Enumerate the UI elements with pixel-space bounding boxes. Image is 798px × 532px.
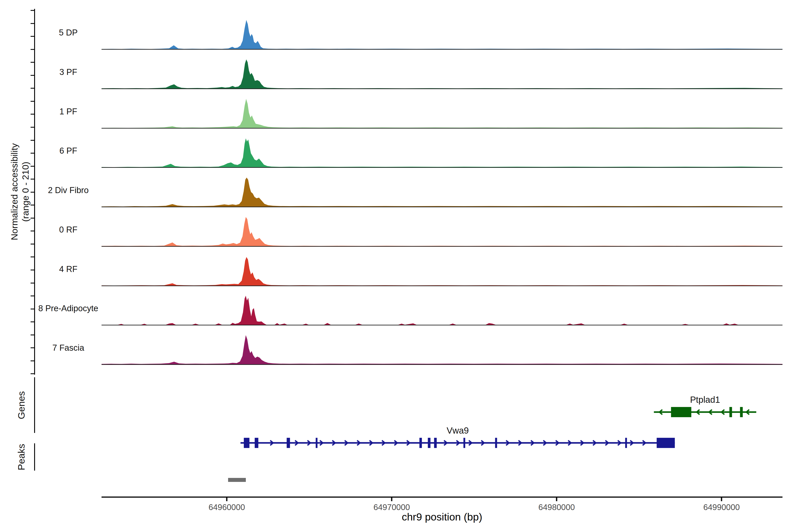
- accessibility-axis-tick: [31, 321, 34, 322]
- accessibility-axis-tick: [31, 347, 34, 348]
- track-baseline: [101, 167, 782, 168]
- accessibility-axis-tick: [31, 218, 34, 218]
- peaks-axis-line: [34, 443, 35, 471]
- y-axis-label-line1: Normalized accessibility: [9, 81, 20, 303]
- track-baseline: [101, 285, 782, 286]
- genes-axis-line: [34, 377, 35, 433]
- x-axis-tick: [556, 498, 557, 501]
- coverage-track-area: [101, 55, 782, 89]
- coverage-track-area: [101, 291, 782, 325]
- x-axis-tick: [721, 498, 722, 501]
- accessibility-axis-tick: [31, 283, 34, 284]
- accessibility-axis-tick: [31, 127, 34, 128]
- gene-label: Ptplad1: [690, 395, 720, 404]
- x-axis-tick: [226, 498, 227, 501]
- accessibility-axis-tick: [31, 166, 34, 167]
- track-baseline: [101, 128, 782, 129]
- track-baseline: [101, 89, 782, 89]
- accessibility-axis-tick: [31, 23, 34, 24]
- track-baseline: [101, 49, 782, 50]
- coverage-track-area: [101, 16, 782, 49]
- accessibility-axis-tick: [31, 101, 34, 102]
- accessibility-axis-tick: [31, 256, 34, 258]
- coverage-track-area: [101, 252, 782, 285]
- coverage-track-area: [101, 173, 782, 207]
- x-axis-line: [101, 496, 782, 498]
- peaks-section-label: Peaks: [16, 413, 28, 501]
- track-baseline: [101, 207, 782, 207]
- gene-models: Vwa9Ptplad1: [101, 377, 782, 470]
- accessibility-axis-tick: [31, 179, 34, 179]
- accessibility-axis-tick: [31, 62, 34, 63]
- peak-region-bar: [228, 478, 246, 482]
- accessibility-axis-tick: [31, 153, 34, 154]
- track-baseline: [101, 325, 782, 325]
- coverage-track-area: [101, 95, 782, 128]
- coverage-track-area: [101, 213, 782, 246]
- accessibility-axis-tick: [31, 335, 34, 335]
- accessibility-axis-tick: [31, 10, 34, 11]
- accessibility-axis-tick: [31, 88, 34, 89]
- accessibility-axis-tick: [31, 75, 34, 76]
- x-axis-tick: [391, 498, 392, 501]
- accessibility-axis-tick: [31, 269, 34, 270]
- coverage-track-area: [101, 134, 782, 167]
- genome-browser-figure: Normalized accessibility (range 0 - 210)…: [0, 0, 798, 532]
- accessibility-axis-tick: [31, 230, 34, 231]
- track-baseline: [101, 364, 782, 365]
- accessibility-axis-tick: [31, 205, 34, 206]
- accessibility-axis-tick: [31, 308, 34, 309]
- accessibility-axis-tick: [31, 373, 34, 374]
- accessibility-axis-tick: [31, 49, 34, 50]
- coverage-track-area: [101, 331, 782, 364]
- accessibility-axis-tick: [31, 296, 34, 297]
- accessibility-axis-tick: [31, 192, 34, 193]
- accessibility-axis-tick: [31, 140, 34, 141]
- gene-label: Vwa9: [446, 425, 469, 435]
- gene-Ptplad1: Ptplad1: [654, 395, 756, 417]
- track-baseline: [101, 246, 782, 247]
- accessibility-axis-tick: [31, 360, 34, 361]
- accessibility-axis-tick: [31, 36, 34, 37]
- x-axis-title: chr9 position (bp): [101, 511, 782, 523]
- gene-Vwa9: Vwa9: [241, 425, 675, 448]
- accessibility-axis-tick: [31, 114, 34, 115]
- accessibility-axis-tick: [31, 244, 34, 245]
